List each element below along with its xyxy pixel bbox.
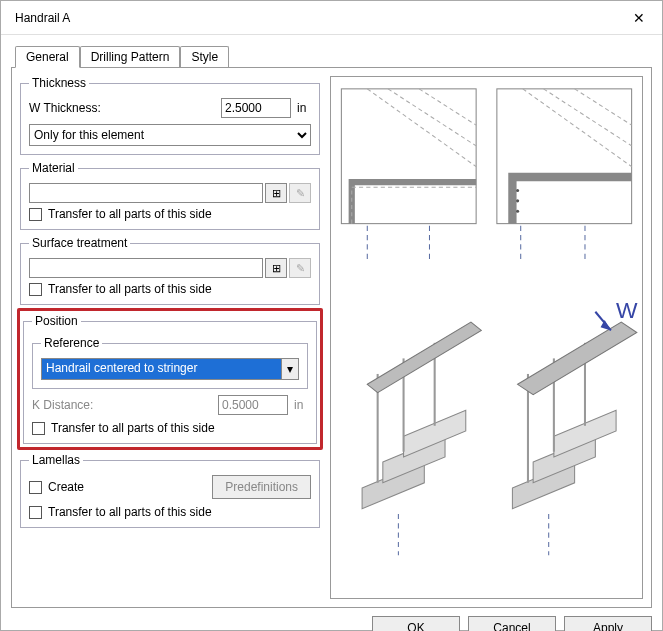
input-w-thickness[interactable]: [221, 98, 291, 118]
tab-panel: Thickness W Thickness: in Only for this …: [11, 67, 652, 608]
group-surface: Surface treatment ⊞ ✎ Transfer to all pa…: [20, 236, 320, 305]
pencil-icon: ✎: [296, 187, 305, 200]
input-k-distance: [218, 395, 288, 415]
window-title: Handrail A: [15, 11, 616, 25]
pencil-icon: ✎: [296, 262, 305, 275]
preview-pane: W: [330, 76, 643, 599]
highlight-box: Position Reference Handrail centered to …: [17, 308, 323, 450]
dialog-window: Handrail A ✕ General Drilling Pattern St…: [0, 0, 663, 631]
svg-point-12: [516, 210, 519, 213]
legend-lamellas: Lamellas: [29, 453, 83, 467]
close-button[interactable]: ✕: [616, 1, 662, 35]
checkbox-lamellas-transfer[interactable]: [29, 506, 42, 519]
select-thickness-scope[interactable]: Only for this element: [29, 124, 311, 146]
w-label: W: [616, 297, 638, 323]
preview-illustration: W: [331, 77, 642, 598]
legend-material: Material: [29, 161, 78, 175]
svg-rect-0: [341, 89, 476, 224]
checkbox-lamellas-create[interactable]: [29, 481, 42, 494]
input-material[interactable]: [29, 183, 263, 203]
content-area: General Drilling Pattern Style Thickness…: [1, 35, 662, 608]
left-column: Thickness W Thickness: in Only for this …: [20, 76, 320, 599]
apply-button[interactable]: Apply: [564, 616, 652, 631]
label-position-transfer: Transfer to all parts of this side: [51, 421, 215, 435]
legend-surface: Surface treatment: [29, 236, 130, 250]
surface-browse-button[interactable]: ⊞: [265, 258, 287, 278]
select-reference[interactable]: Handrail centered to stringer ▾: [41, 358, 299, 380]
grid-icon: ⊞: [272, 187, 281, 200]
checkbox-material-transfer[interactable]: [29, 208, 42, 221]
legend-thickness: Thickness: [29, 76, 89, 90]
legend-reference: Reference: [41, 336, 102, 350]
cancel-button[interactable]: Cancel: [468, 616, 556, 631]
tab-strip: General Drilling Pattern Style: [15, 45, 652, 67]
label-lamellas-transfer: Transfer to all parts of this side: [48, 505, 212, 519]
label-material-transfer: Transfer to all parts of this side: [48, 207, 212, 221]
group-thickness: Thickness W Thickness: in Only for this …: [20, 76, 320, 155]
button-predefinitions: Predefinitions: [212, 475, 311, 499]
unit-w-thickness: in: [297, 101, 311, 115]
chevron-down-icon: ▾: [281, 358, 299, 380]
titlebar: Handrail A ✕: [1, 1, 662, 35]
svg-rect-6: [497, 89, 632, 224]
group-material: Material ⊞ ✎ Transfer to all parts of th…: [20, 161, 320, 230]
checkbox-position-transfer[interactable]: [32, 422, 45, 435]
svg-marker-30: [601, 320, 611, 330]
tab-drilling-pattern[interactable]: Drilling Pattern: [80, 46, 181, 67]
group-position: Position Reference Handrail centered to …: [23, 314, 317, 444]
tab-style[interactable]: Style: [180, 46, 229, 67]
material-browse-button[interactable]: ⊞: [265, 183, 287, 203]
input-surface[interactable]: [29, 258, 263, 278]
svg-point-10: [516, 189, 519, 192]
legend-position: Position: [32, 314, 81, 328]
group-reference: Reference Handrail centered to stringer …: [32, 336, 308, 389]
ok-button[interactable]: OK: [372, 616, 460, 631]
svg-marker-29: [518, 322, 637, 395]
group-lamellas: Lamellas Create Predefinitions Transfer …: [20, 453, 320, 528]
label-surface-transfer: Transfer to all parts of this side: [48, 282, 212, 296]
label-w-thickness: W Thickness:: [29, 101, 215, 115]
select-reference-value: Handrail centered to stringer: [41, 358, 281, 380]
material-edit-button[interactable]: ✎: [289, 183, 311, 203]
label-k-distance: K Distance:: [32, 398, 212, 412]
dialog-buttons: OK Cancel Apply: [1, 608, 662, 631]
close-icon: ✕: [633, 10, 645, 26]
label-lamellas-create: Create: [48, 480, 206, 494]
checkbox-surface-transfer[interactable]: [29, 283, 42, 296]
svg-point-11: [516, 199, 519, 202]
grid-icon: ⊞: [272, 262, 281, 275]
unit-k-distance: in: [294, 398, 308, 412]
tab-general[interactable]: General: [15, 46, 80, 68]
svg-marker-21: [367, 322, 481, 392]
surface-edit-button[interactable]: ✎: [289, 258, 311, 278]
